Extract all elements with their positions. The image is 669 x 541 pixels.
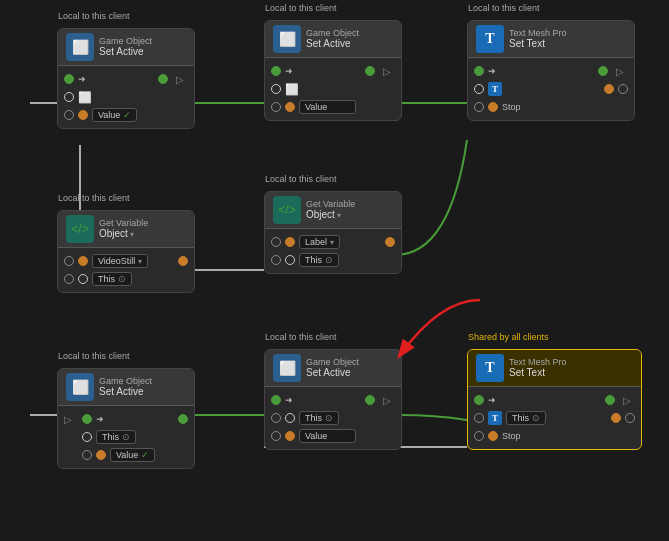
node-gameobject-setactive-3: Local to this client ⬜ Game Object Set A… <box>57 368 195 469</box>
exec-row-8: ➜ ▷ <box>468 391 641 409</box>
orange-port-6[interactable] <box>96 450 106 460</box>
object-port-1[interactable] <box>64 92 74 102</box>
exec-in-port-7[interactable] <box>271 395 281 405</box>
exec-row-3: ➜ ▷ <box>468 62 634 80</box>
exec-in-port-2[interactable] <box>271 66 281 76</box>
tmp-obj-row-1: T <box>468 80 634 98</box>
node-title-2: Game Object Set Active <box>306 28 359 51</box>
orange-port-2[interactable] <box>285 102 295 112</box>
label-out-orange[interactable] <box>385 237 395 247</box>
node-title-5: Get Variable Object ▾ <box>306 199 355 222</box>
exec-row-6: ▷ ➜ <box>58 410 194 428</box>
exec-out-port-7[interactable] <box>365 395 375 405</box>
exec-in-port-1[interactable] <box>64 74 74 84</box>
cube-icon-4: ⬜ <box>273 354 301 382</box>
node-title-6: Game Object Set Active <box>99 376 152 399</box>
exec-out-port-8[interactable] <box>605 395 615 405</box>
this-tag-8[interactable]: This ⊙ <box>506 411 546 425</box>
this-row-1: This ⊙ <box>58 270 194 288</box>
cube-icon-2: ⬜ <box>273 25 301 53</box>
exec-out-port-2[interactable] <box>365 66 375 76</box>
node-body-2: ➜ ▷ ⬜ Value <box>265 58 401 120</box>
value-row-1: Value ✓ <box>58 106 194 124</box>
node-getvariable-2: Local to this client </> Get Variable Ob… <box>264 191 402 274</box>
circle-port-3[interactable] <box>618 84 628 94</box>
value-port-7[interactable] <box>271 431 281 441</box>
exec-row-2: ➜ ▷ <box>265 62 401 80</box>
this-cube-1[interactable] <box>78 274 88 284</box>
node-tmp-settext-1: Local to this client T Text Mesh Pro Set… <box>467 20 635 121</box>
exec-in-port-3[interactable] <box>474 66 484 76</box>
value-tag-6[interactable]: Value ✓ <box>110 448 155 462</box>
node-getvariable-1: Local to this client </> Get Variable Ob… <box>57 210 195 293</box>
vs-port-left[interactable] <box>64 256 74 266</box>
this-tag-2[interactable]: This ⊙ <box>299 253 339 267</box>
tmp-port-8[interactable] <box>474 413 484 423</box>
this-port-7[interactable] <box>271 413 281 423</box>
tmp-icon-1: T <box>476 25 504 53</box>
this-port-left-2[interactable] <box>271 255 281 265</box>
orange-port-8[interactable] <box>611 413 621 423</box>
node-title-8: Text Mesh Pro Set Text <box>509 357 567 380</box>
this-tag-6[interactable]: This ⊙ <box>96 430 136 444</box>
node-label-3: Local to this client <box>468 3 540 13</box>
node-body-6: ▷ ➜ This ⊙ Value ✓ <box>58 406 194 468</box>
label-port-left[interactable] <box>271 237 281 247</box>
label-tag[interactable]: Label ▾ <box>299 235 340 249</box>
value-tag-7[interactable]: Value <box>299 429 356 443</box>
node-gameobject-setactive-1: Local to this client ⬜ Game Object Set A… <box>57 28 195 129</box>
node-label-4: Local to this client <box>58 193 130 203</box>
node-gameobject-setactive-2: Local to this client ⬜ Game Object Set A… <box>264 20 402 121</box>
dropdown-icon-2[interactable]: ▾ <box>337 211 341 221</box>
this-cube-2[interactable] <box>285 255 295 265</box>
node-body-7: ➜ ▷ This ⊙ Value <box>265 387 401 449</box>
stop-port-1[interactable] <box>474 102 484 112</box>
orange-port-1[interactable] <box>78 110 88 120</box>
object-port-6[interactable] <box>82 432 92 442</box>
this-row-7: This ⊙ <box>265 409 401 427</box>
node-label-2: Local to this client <box>265 3 337 13</box>
value-port-2[interactable] <box>271 102 281 112</box>
orange-port-3[interactable] <box>604 84 614 94</box>
dropdown-icon-1[interactable]: ▾ <box>130 230 134 240</box>
node-label-5: Local to this client <box>265 174 337 184</box>
object-row-2: ⬜ <box>265 80 401 98</box>
node-label-1: Local to this client <box>58 11 130 21</box>
tmp-obj-port-1[interactable] <box>474 84 484 94</box>
vs-out-orange[interactable] <box>178 256 188 266</box>
node-body-3: ➜ ▷ T Stop <box>468 58 634 120</box>
exec-in-port-6[interactable] <box>82 414 92 424</box>
value-row-2: Value <box>265 98 401 116</box>
orange-port-7[interactable] <box>285 431 295 441</box>
node-label-7: Local to this client <box>265 332 337 342</box>
vs-orange[interactable] <box>78 256 88 266</box>
object-port-2[interactable] <box>271 84 281 94</box>
exec-out-port-1[interactable] <box>158 74 168 84</box>
node-title-7: Game Object Set Active <box>306 357 359 380</box>
node-header-1: ⬜ Game Object Set Active <box>58 29 194 66</box>
value-tag-2[interactable]: Value <box>299 100 356 114</box>
exec-out-port-3[interactable] <box>598 66 608 76</box>
value-row-7: Value <box>265 427 401 445</box>
this-cube-7[interactable] <box>285 413 295 423</box>
vs-tag[interactable]: VideoStill ▾ <box>92 254 148 268</box>
this-port-left-1[interactable] <box>64 274 74 284</box>
node-header-6: ⬜ Game Object Set Active <box>58 369 194 406</box>
stop-row-8: Stop <box>468 427 641 445</box>
value-tag-1[interactable]: Value ✓ <box>92 108 137 122</box>
stop-orange-1[interactable] <box>488 102 498 112</box>
stop-orange-8[interactable] <box>488 431 498 441</box>
exec-in-port-8[interactable] <box>474 395 484 405</box>
red-arrow <box>380 295 500 375</box>
value-port-1[interactable] <box>64 110 74 120</box>
exec-out-port-6[interactable] <box>178 414 188 424</box>
tmp-obj-row-8: T This ⊙ <box>468 409 641 427</box>
label-orange[interactable] <box>285 237 295 247</box>
circle-port-8[interactable] <box>625 413 635 423</box>
value-port-6[interactable] <box>82 450 92 460</box>
stop-row-1: Stop <box>468 98 634 116</box>
node-body-8: ➜ ▷ T This ⊙ Stop <box>468 387 641 449</box>
this-tag-1[interactable]: This ⊙ <box>92 272 132 286</box>
this-tag-7[interactable]: This ⊙ <box>299 411 339 425</box>
stop-port-8[interactable] <box>474 431 484 441</box>
